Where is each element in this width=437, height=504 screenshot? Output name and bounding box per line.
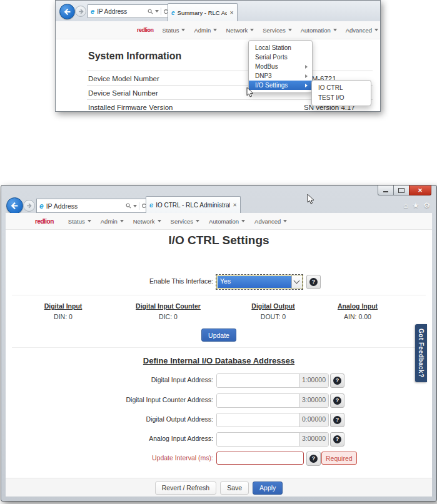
- apply-button[interactable]: Apply: [253, 482, 283, 495]
- address-bar[interactable]: e IP Address: [36, 199, 150, 213]
- question-icon: ?: [309, 455, 318, 463]
- stat-analog-input: Analog Input AIN: 0.00: [338, 302, 378, 320]
- nav-network[interactable]: Network: [226, 27, 254, 34]
- submenu-arrow-icon: [305, 74, 308, 78]
- nav-services[interactable]: Services: [171, 218, 199, 225]
- help-button[interactable]: ?: [330, 413, 344, 427]
- submenu-arrow-icon: [305, 84, 308, 87]
- help-button[interactable]: ?: [306, 452, 321, 466]
- maximize-button[interactable]: [394, 185, 409, 195]
- nav-automation[interactable]: Automation: [301, 27, 337, 34]
- digital-output-address-input[interactable]: [217, 413, 299, 427]
- submenu-item-test-io[interactable]: TEST I/O: [312, 93, 371, 103]
- stat-value: DIN: 0: [44, 313, 83, 320]
- help-button[interactable]: ?: [330, 393, 344, 408]
- caret-down-icon: [288, 29, 292, 31]
- revert-refresh-button[interactable]: Revert / Refresh: [155, 482, 216, 495]
- stat-digital-output: Digital Output DOUT: 0: [251, 302, 294, 320]
- divider: [12, 295, 426, 295]
- tab-title: IO CTRL - RLC Administrati...: [156, 202, 230, 209]
- update-button[interactable]: Update: [201, 329, 236, 342]
- nav-admin[interactable]: Admin: [101, 218, 124, 225]
- divider: [161, 7, 161, 15]
- question-icon: ?: [333, 397, 341, 405]
- address-text[interactable]: IP Address: [97, 8, 145, 15]
- page-title: I/O CTRL Settings: [6, 234, 432, 247]
- menu-item-dnp3[interactable]: DNP3: [249, 71, 312, 81]
- field-label: Digital Output Address:: [6, 413, 213, 426]
- stat-header[interactable]: Digital Input Counter: [136, 302, 201, 310]
- minimize-button[interactable]: [378, 185, 394, 195]
- forward-button[interactable]: [75, 6, 86, 17]
- forward-button[interactable]: [23, 200, 35, 212]
- settings-gear-icon[interactable]: ⚙: [423, 201, 430, 210]
- select-arrow-button[interactable]: [291, 275, 302, 289]
- menu-item-modbus[interactable]: ModBus: [249, 62, 312, 71]
- mouse-cursor: [307, 194, 314, 205]
- back-button[interactable]: [6, 197, 23, 214]
- home-icon[interactable]: ⌂: [403, 201, 408, 210]
- nav-advanced[interactable]: Advanced: [254, 218, 287, 225]
- menu-item-io-settings[interactable]: I/O Settings: [249, 81, 312, 90]
- favorites-star-icon[interactable]: ★: [412, 201, 419, 210]
- search-icon[interactable]: [126, 203, 131, 209]
- browser-chrome: e IP Address e Summary - RLC Administra.…: [56, 1, 380, 22]
- question-icon: ?: [333, 416, 341, 424]
- address-addon: 1:00000: [299, 374, 328, 387]
- menu-item-serial-ports[interactable]: Serial Ports: [249, 52, 312, 62]
- digital-input-address-input[interactable]: [217, 374, 299, 387]
- browser-window-io-ctrl: ✕ ⌂ ★ ⚙ e IP Address e IO CTRL - RLC Adm…: [1, 185, 437, 502]
- browser-tab[interactable]: e Summary - RLC Administra... ✕: [168, 3, 238, 22]
- digital-output-address-group: 0:00000: [216, 413, 329, 427]
- help-button[interactable]: ?: [330, 432, 344, 447]
- maximize-icon: [398, 188, 404, 193]
- update-interval-input[interactable]: [216, 452, 304, 465]
- nav-status[interactable]: Status: [68, 218, 91, 225]
- close-icon: ✕: [418, 187, 423, 194]
- ie-icon: e: [39, 202, 44, 210]
- nav-services[interactable]: Services: [263, 27, 291, 34]
- nav-admin[interactable]: Admin: [194, 27, 217, 34]
- search-icon[interactable]: [148, 9, 153, 14]
- nav-advanced[interactable]: Advanced: [346, 27, 378, 34]
- caret-down-icon: [241, 220, 245, 222]
- address-text[interactable]: IP Address: [46, 202, 123, 210]
- help-button[interactable]: ?: [306, 275, 321, 289]
- stat-header[interactable]: Digital Input: [44, 302, 83, 310]
- address-controls: [126, 202, 147, 210]
- address-bar[interactable]: e IP Address: [88, 4, 172, 18]
- help-button[interactable]: ?: [330, 373, 344, 388]
- caret-down-icon: [213, 29, 217, 31]
- close-button[interactable]: ✕: [409, 185, 431, 195]
- address-addon: 3:00000: [299, 394, 328, 407]
- divider: [139, 202, 139, 210]
- save-button[interactable]: Save: [220, 482, 249, 495]
- chevron-down-icon[interactable]: [155, 10, 159, 12]
- page-title: System Information: [88, 51, 181, 62]
- stat-value: DOUT: 0: [251, 313, 294, 320]
- stat-header[interactable]: Digital Output: [251, 302, 294, 310]
- automation-dropdown-menu: Local Station Serial Ports ModBus DNP3 I…: [248, 40, 313, 93]
- enable-interface-select[interactable]: Yes: [216, 275, 303, 289]
- stat-digital-input-counter: Digital Input Counter DIC: 0: [136, 302, 201, 320]
- menu-item-local-station[interactable]: Local Station: [249, 43, 312, 52]
- address-addon: 0:00000: [299, 413, 328, 427]
- back-button[interactable]: [59, 4, 75, 19]
- submenu-item-io-ctrl[interactable]: IO CTRL: [312, 83, 371, 93]
- window-controls: ✕: [378, 185, 431, 195]
- chevron-down-icon[interactable]: [133, 205, 137, 207]
- tab-close-icon[interactable]: ✕: [233, 202, 237, 208]
- caret-down-icon: [88, 220, 91, 222]
- got-feedback-tab[interactable]: Got Feedback?: [415, 324, 427, 382]
- nav-automation[interactable]: Automation: [209, 218, 245, 225]
- tab-close-icon[interactable]: ✕: [229, 10, 234, 16]
- redlion-logo: redlion: [137, 27, 154, 33]
- analog-input-address-input[interactable]: [217, 433, 299, 446]
- caret-down-icon: [181, 29, 185, 31]
- nav-network[interactable]: Network: [133, 218, 161, 225]
- nav-status[interactable]: Status: [163, 27, 186, 34]
- stat-header[interactable]: Analog Input: [338, 302, 378, 310]
- browser-tab[interactable]: e IO CTRL - RLC Administrati... ✕: [146, 196, 241, 214]
- digital-input-counter-address-input[interactable]: [217, 394, 299, 407]
- caret-down-icon: [196, 220, 199, 222]
